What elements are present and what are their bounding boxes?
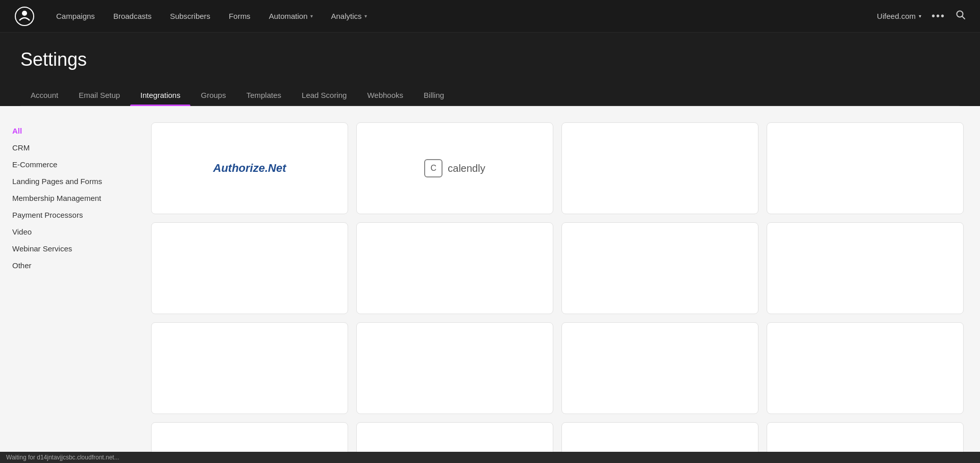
nav-forms[interactable]: Forms [222, 8, 258, 24]
integration-card-12[interactable] [767, 322, 964, 414]
sidebar-item-membership[interactable]: Membership Management [12, 190, 131, 207]
analytics-chevron: ▾ [364, 13, 367, 19]
integration-card-8[interactable] [767, 222, 964, 314]
authorize-net-text: Authorize.Net [213, 162, 286, 175]
svg-point-1 [22, 11, 27, 16]
svg-point-0 [15, 7, 34, 25]
sidebar: All CRM E-Commerce Landing Pages and For… [0, 106, 143, 463]
logo[interactable] [14, 6, 35, 27]
calendly-logo: C calendly [424, 159, 485, 177]
navbar: Campaigns Broadcasts Subscribers Forms A… [0, 0, 980, 33]
status-bar: Waiting for d14jntavjjcsbc.cloudfront.ne… [0, 452, 980, 463]
svg-line-3 [962, 16, 965, 19]
calendly-text: calendly [448, 163, 485, 174]
integration-card-6[interactable] [356, 222, 553, 314]
nav-campaigns[interactable]: Campaigns [49, 8, 102, 24]
integration-card-9[interactable] [151, 322, 348, 414]
status-text: Waiting for d14jntavjjcsbc.cloudfront.ne… [6, 454, 119, 461]
integrations-grid: Authorize.Net C calendly [151, 122, 964, 463]
settings-tabs: Account Email Setup Integrations Groups … [20, 85, 960, 106]
search-button[interactable] [955, 10, 966, 22]
integration-card-authorize-net[interactable]: Authorize.Net [151, 122, 348, 214]
nav-broadcasts[interactable]: Broadcasts [106, 8, 159, 24]
integrations-area: Authorize.Net C calendly [143, 106, 980, 463]
tab-groups[interactable]: Groups [190, 85, 236, 106]
integration-card-11[interactable] [561, 322, 758, 414]
integration-card-3[interactable] [561, 122, 758, 214]
integration-card-10[interactable] [356, 322, 553, 414]
tab-email-setup[interactable]: Email Setup [68, 85, 130, 106]
sidebar-item-video[interactable]: Video [12, 223, 131, 240]
page-header: Settings Account Email Setup Integration… [0, 33, 980, 106]
sidebar-item-webinar[interactable]: Webinar Services [12, 240, 131, 257]
sidebar-item-landing-pages[interactable]: Landing Pages and Forms [12, 173, 131, 190]
sidebar-item-crm[interactable]: CRM [12, 139, 131, 156]
integration-card-5[interactable] [151, 222, 348, 314]
sidebar-item-all[interactable]: All [12, 122, 131, 139]
sidebar-item-other[interactable]: Other [12, 257, 131, 274]
page-title: Settings [20, 49, 960, 70]
navbar-right: Uifeed.com ▾ ••• [877, 10, 966, 22]
automation-chevron: ▾ [310, 13, 313, 19]
sidebar-item-ecommerce[interactable]: E-Commerce [12, 156, 131, 173]
integration-card-4[interactable] [767, 122, 964, 214]
settings-body: All CRM E-Commerce Landing Pages and For… [0, 106, 980, 463]
more-options-button[interactable]: ••• [932, 10, 945, 22]
sidebar-item-payment[interactable]: Payment Processors [12, 207, 131, 223]
tab-billing[interactable]: Billing [413, 85, 454, 106]
nav-links: Campaigns Broadcasts Subscribers Forms A… [49, 8, 877, 24]
tab-integrations[interactable]: Integrations [130, 85, 190, 106]
calendly-icon: C [424, 159, 443, 177]
site-name: Uifeed.com [877, 12, 916, 20]
site-chevron: ▾ [919, 13, 921, 19]
integration-card-calendly[interactable]: C calendly [356, 122, 553, 214]
integration-card-7[interactable] [561, 222, 758, 314]
tab-webhooks[interactable]: Webhooks [357, 85, 413, 106]
site-selector[interactable]: Uifeed.com ▾ [877, 12, 921, 20]
nav-automation[interactable]: Automation ▾ [262, 8, 320, 24]
tab-templates[interactable]: Templates [236, 85, 291, 106]
authorize-net-logo: Authorize.Net [213, 162, 286, 175]
nav-analytics[interactable]: Analytics ▾ [324, 8, 374, 24]
tab-lead-scoring[interactable]: Lead Scoring [291, 85, 357, 106]
nav-subscribers[interactable]: Subscribers [163, 8, 217, 24]
tab-account[interactable]: Account [20, 85, 68, 106]
